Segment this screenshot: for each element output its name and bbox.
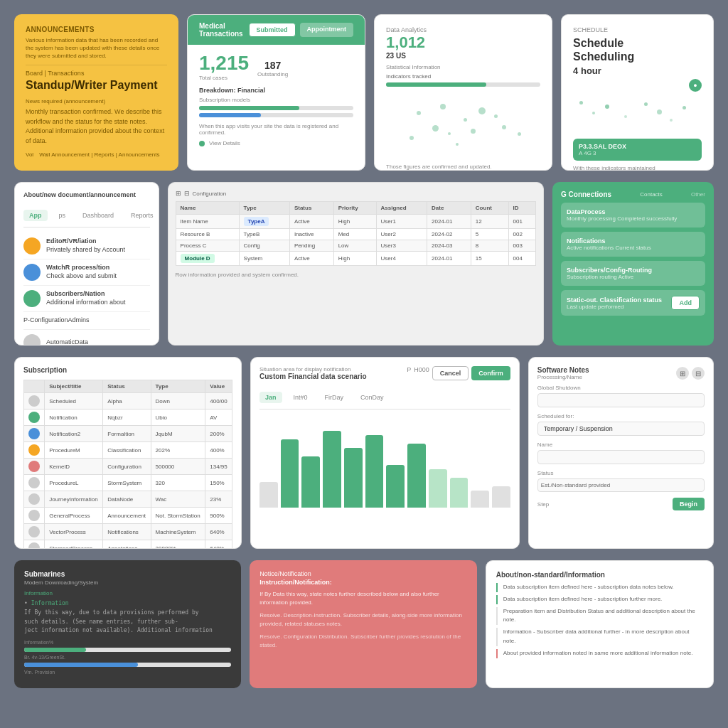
lth-type: Type <box>151 380 205 393</box>
analytics-label1: Data Analytics <box>386 26 427 33</box>
card1-footer: Vol Wall Announcement | Reports | Announ… <box>26 151 167 158</box>
cal-bar-7 <box>386 465 405 508</box>
table-icon-2: ⊟ <box>184 190 190 197</box>
td-status: Annotations <box>103 540 151 550</box>
td-priority: Med <box>333 229 376 240</box>
sidebar-header: About/new document/announcement <box>23 191 150 198</box>
field2-input[interactable] <box>537 422 705 436</box>
td-status: Alpha <box>103 393 151 410</box>
cal-tab-3[interactable]: FirDay <box>319 392 350 403</box>
th-date: Date <box>427 202 471 215</box>
td-date: 2024-01 <box>427 215 471 229</box>
schedule-title: ScheduleScheduling4 hour <box>573 36 702 77</box>
schedule-card: SCHEDULE ScheduleScheduling4 hour ● P3.3… <box>561 14 714 171</box>
td-icon <box>24 524 45 540</box>
ol-indicator: ● <box>573 79 702 92</box>
gray-item-5: About provided information noted in same… <box>496 649 703 658</box>
row-avatar <box>28 493 40 505</box>
nav-tab-dashboard[interactable]: Dashboard <box>77 210 119 221</box>
analytics-card: Data Analytics 1,012 23 US Statistical I… <box>374 14 552 171</box>
th-name: Name <box>176 202 239 215</box>
info-title: Instruction/Notification: <box>259 579 466 586</box>
cal-bar-11 <box>471 491 489 508</box>
info-gray-items: Data subscription item defined here - su… <box>496 583 703 658</box>
td-value: 23% <box>205 491 232 508</box>
form-submit-btn[interactable]: Begin <box>673 498 705 510</box>
cancel-btn[interactable]: Cancel <box>432 366 469 380</box>
item3-sub: Additional information about <box>46 299 126 307</box>
td-value: 400/00 <box>205 393 232 410</box>
td-status: Pending <box>289 240 333 252</box>
nav-tab-reports[interactable]: Reports <box>125 210 159 221</box>
analytics-detail: Statistical Information <box>386 64 540 70</box>
cal-tab-1[interactable]: Jan <box>259 392 282 403</box>
list-item4-sub: Last update performed <box>567 304 662 310</box>
table-row: ProcedureL StormSystem 320 150% <box>24 475 232 491</box>
info-gray-card: About/non-standard/Information Data subs… <box>486 560 714 688</box>
table-toolbar: ⊞ ⊟ Configuration <box>176 190 536 197</box>
form-icon-1[interactable]: ⊞ <box>676 367 689 380</box>
card1-subtitle: Board | Transactions <box>26 70 167 77</box>
td-status: Active <box>289 252 333 266</box>
td-value: 640% <box>205 524 232 540</box>
table-row: Item Name TypeA Active High User1 2024-0… <box>176 215 535 229</box>
status-btn-2[interactable]: Appointment <box>300 23 354 37</box>
status-btn-1[interactable]: Submitted <box>249 23 296 37</box>
td-subject: VectorProcess <box>45 524 103 540</box>
td-icon <box>24 475 45 491</box>
td-icon <box>24 491 45 508</box>
big-num: 1,215 <box>199 52 249 75</box>
th-priority: Priority <box>333 202 376 215</box>
td-subject: KernelD <box>45 459 103 475</box>
avatar-3 <box>23 290 41 307</box>
field1-input[interactable] <box>537 393 705 407</box>
table-row: Module D System Active High User4 2024-0… <box>176 252 535 266</box>
td-subject: StampedProcess <box>45 540 103 550</box>
table-row: Scheduled Alpha Down 400/00 <box>24 393 232 410</box>
nav-tab-ps[interactable]: ps <box>53 210 72 221</box>
code-pbar-1 <box>24 648 231 652</box>
confirm-btn[interactable]: Confirm <box>471 366 510 380</box>
avatar-1 <box>23 237 41 255</box>
td-type: TypeA <box>239 215 289 229</box>
list-item-3: Subscribers/Config-Routing Subscription … <box>561 261 705 286</box>
td-value: 640% <box>205 540 232 550</box>
sidebar-nav: App ps Dashboard Reports Configure <box>23 204 150 228</box>
list-add-btn[interactable]: Add <box>671 296 700 310</box>
row-avatar <box>28 526 40 537</box>
row-avatar <box>28 395 40 407</box>
code-pl-2: Vm. Provision <box>24 670 231 675</box>
table-label: Configuration <box>193 191 227 197</box>
card1-desc-top: Various information data that has been r… <box>26 36 167 60</box>
cal-bar-9 <box>429 469 447 508</box>
td-id: 001 <box>508 215 536 229</box>
card1-text: Monthly transaction confirmed. We descri… <box>26 107 167 146</box>
footer-row: View Details <box>199 140 353 146</box>
nav-tab-app[interactable]: App <box>23 210 48 221</box>
form-icon-2[interactable]: ⊟ <box>692 367 705 380</box>
td-name: Process C <box>176 240 239 252</box>
form-field-2: Scheduled for: <box>537 413 705 436</box>
calendar-card: Situation area for display notification … <box>250 357 520 549</box>
list-item-1: DataProcess Monthly processing Completed… <box>561 203 705 228</box>
calendar-title: Custom Financial data scenario <box>259 373 367 380</box>
list-tab2[interactable]: Other <box>691 191 705 198</box>
code-line-1: • Information <box>24 599 231 609</box>
field3-input[interactable] <box>537 450 705 464</box>
td-icon <box>24 410 45 426</box>
large-table-body: Scheduled Alpha Down 400/00 Notification… <box>24 393 232 550</box>
info-detail: Resolve. Description-Instruction. Subscr… <box>259 611 466 628</box>
list-header: G Connections Contacts Other <box>561 191 705 198</box>
table-header-row: Name Type Status Priority Assigned Date … <box>176 202 535 215</box>
td-value: 134/95 <box>205 459 232 475</box>
cal-tab-4[interactable]: ConDay <box>355 392 390 403</box>
footer-text[interactable]: View Details <box>209 140 240 146</box>
list-tab-active[interactable]: Contacts <box>640 191 663 198</box>
code-card: Submarines Modem Downloading/System Info… <box>14 560 241 688</box>
cal-tab-2[interactable]: Int#0 <box>288 392 314 403</box>
calendar-bars <box>259 415 510 508</box>
row-avatar <box>28 428 40 439</box>
large-table-title: Subscription <box>23 366 232 374</box>
td-assigned: User1 <box>376 215 427 229</box>
list-item4-title: Static-out. Classification status <box>567 296 662 304</box>
